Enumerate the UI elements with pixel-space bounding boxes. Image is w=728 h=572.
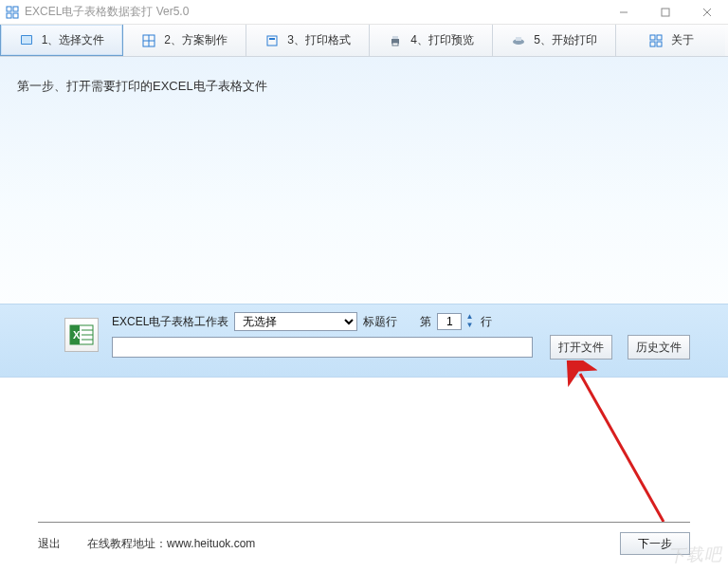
tab-scheme[interactable]: 2、方案制作 [123, 25, 246, 56]
tab-label: 2、方案制作 [164, 32, 228, 48]
tutorial-url: www.heituok.com [167, 537, 255, 550]
svg-rect-22 [650, 42, 655, 46]
tab-print-preview[interactable]: 4、打印预览 [370, 25, 493, 56]
tab-print-format[interactable]: 3、打印格式 [246, 25, 370, 56]
worksheet-select[interactable]: 无选择 [234, 312, 357, 331]
tab-label: 1、选择文件 [42, 32, 105, 48]
grid-icon [141, 33, 156, 48]
svg-rect-2 [7, 13, 11, 18]
row-suffix: 行 [481, 314, 492, 330]
window-controls [603, 0, 728, 24]
tab-select-file[interactable]: 1、选择文件 [0, 25, 123, 56]
layout-icon [264, 33, 280, 48]
footer: 退出 在线教程地址：www.heituok.com 下一步 [38, 522, 690, 555]
tab-label: 5、开始打印 [534, 32, 597, 48]
content-area: 第一步、打开需要打印的EXCEL电子表格文件 X EXCEL电子表格工作表 无选… [0, 57, 728, 572]
minimize-button[interactable] [603, 0, 645, 24]
watermark: 下载吧 [668, 543, 723, 567]
svg-rect-13 [267, 36, 277, 46]
tab-start-print[interactable]: 5、开始打印 [493, 25, 616, 56]
form-band: X EXCEL电子表格工作表 无选择 标题行 第 ▲ ▼ 行 [0, 304, 728, 378]
tab-about[interactable]: 关于 [616, 25, 725, 56]
spin-down[interactable]: ▼ [464, 322, 475, 330]
exit-link[interactable]: 退出 [38, 536, 61, 552]
svg-rect-9 [22, 36, 31, 44]
row-number-input[interactable] [437, 313, 462, 330]
svg-rect-23 [657, 42, 662, 46]
toolbar: 1、选择文件 2、方案制作 3、打印格式 4、打印预览 5、开始打印 关于 [0, 25, 728, 57]
instruction-text: 第一步、打开需要打印的EXCEL电子表格文件 [17, 78, 711, 95]
tab-label: 4、打印预览 [410, 32, 474, 48]
titlebar: EXCEL电子表格数据套打 Ver5.0 [0, 0, 728, 25]
file-icon [19, 32, 34, 47]
worksheet-row: EXCEL电子表格工作表 无选择 标题行 第 ▲ ▼ 行 [112, 312, 492, 331]
tab-label: 3、打印格式 [287, 32, 351, 48]
printer-icon [388, 33, 403, 48]
svg-rect-20 [650, 35, 655, 40]
svg-line-30 [580, 374, 664, 522]
worksheet-label: EXCEL电子表格工作表 [112, 314, 228, 330]
svg-rect-16 [392, 36, 398, 39]
open-file-button[interactable]: 打开文件 [550, 335, 612, 360]
tab-label: 关于 [671, 32, 694, 48]
svg-rect-0 [7, 7, 11, 11]
svg-rect-19 [516, 37, 521, 41]
svg-rect-1 [13, 7, 18, 11]
excel-icon: X [64, 318, 99, 352]
maximize-button[interactable] [645, 0, 686, 24]
print-start-icon [511, 33, 526, 48]
file-path-input[interactable] [112, 337, 533, 358]
about-icon [648, 33, 664, 48]
svg-text:X: X [73, 329, 81, 341]
svg-rect-5 [662, 9, 669, 16]
window-title: EXCEL电子表格数据套打 Ver5.0 [25, 4, 603, 20]
svg-rect-17 [392, 43, 398, 46]
svg-rect-3 [13, 13, 18, 18]
app-icon [6, 6, 19, 19]
row-prefix: 第 [420, 314, 431, 330]
tutorial-text: 在线教程地址：www.heituok.com [87, 536, 255, 552]
svg-rect-14 [269, 38, 275, 40]
svg-rect-21 [657, 35, 662, 40]
history-file-button[interactable]: 历史文件 [628, 335, 690, 360]
close-button[interactable] [686, 0, 728, 24]
header-row-label: 标题行 [363, 314, 397, 330]
